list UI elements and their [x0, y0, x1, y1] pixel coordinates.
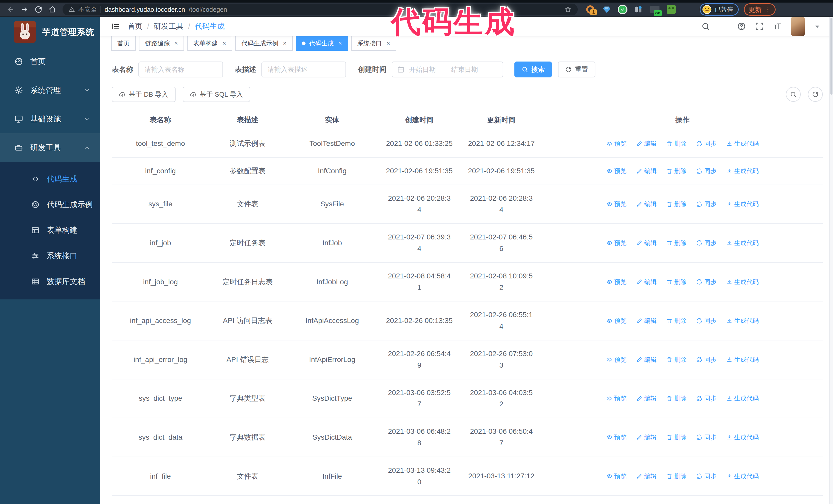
db-import-button[interactable]: 基于 DB 导入 — [112, 87, 175, 102]
action-sync-link[interactable]: 同步 — [696, 200, 717, 208]
action-generate-link[interactable]: 生成代码 — [727, 356, 759, 364]
profile-paused-badge[interactable]: 已暂停 — [700, 3, 739, 16]
breadcrumb-home[interactable]: 首页 — [128, 21, 143, 31]
action-generate-link[interactable]: 生成代码 — [727, 472, 759, 480]
action-delete-link[interactable]: 删除 — [666, 140, 687, 148]
hamburger-icon[interactable] — [111, 22, 120, 31]
sql-import-button[interactable]: 基于 SQL 导入 — [183, 87, 251, 102]
action-edit-link[interactable]: 编辑 — [636, 394, 657, 403]
sidebar-item-1[interactable]: 系统管理 — [0, 76, 100, 104]
reset-button[interactable]: 重置 — [558, 62, 595, 77]
action-edit-link[interactable]: 编辑 — [636, 140, 657, 148]
action-delete-link[interactable]: 删除 — [666, 167, 687, 175]
app-logo[interactable]: 芋道管理系统 — [0, 17, 100, 47]
action-edit-link[interactable]: 编辑 — [636, 200, 657, 208]
extension-gem-icon[interactable] — [601, 4, 612, 15]
avatar[interactable] — [791, 17, 805, 36]
close-tab-icon[interactable]: × — [222, 40, 226, 47]
action-generate-link[interactable]: 生成代码 — [727, 200, 759, 208]
action-edit-link[interactable]: 编辑 — [636, 356, 657, 364]
table-desc-input[interactable] — [261, 62, 346, 77]
close-tab-icon[interactable]: × — [283, 40, 287, 47]
help-icon[interactable] — [737, 22, 746, 31]
tab-4[interactable]: 代码生成× — [296, 36, 348, 51]
action-delete-link[interactable]: 删除 — [666, 317, 687, 325]
tab-5[interactable]: 系统接口× — [351, 36, 396, 51]
toggle-search-button[interactable] — [786, 87, 801, 102]
browser-update-button[interactable]: 更新 — [744, 3, 776, 16]
action-delete-link[interactable]: 删除 — [666, 433, 687, 441]
action-preview-link[interactable]: 预览 — [606, 239, 627, 247]
action-preview-link[interactable]: 预览 — [606, 356, 627, 364]
sidebar-subitem-3[interactable]: 系统接口 — [0, 243, 100, 269]
sidebar-item-3[interactable]: 研发工具 — [0, 133, 100, 162]
action-sync-link[interactable]: 同步 — [696, 356, 717, 364]
bookmark-star-icon[interactable] — [564, 6, 572, 13]
extension-orange-icon[interactable]: 1 — [585, 4, 596, 15]
action-generate-link[interactable]: 生成代码 — [727, 167, 759, 175]
action-delete-link[interactable]: 删除 — [666, 472, 687, 480]
action-generate-link[interactable]: 生成代码 — [727, 239, 759, 247]
close-tab-icon[interactable]: × — [174, 40, 178, 47]
action-generate-link[interactable]: 生成代码 — [727, 278, 759, 286]
fullscreen-icon[interactable] — [755, 22, 764, 31]
action-preview-link[interactable]: 预览 — [606, 278, 627, 286]
action-delete-link[interactable]: 删除 — [666, 278, 687, 286]
sidebar-subitem-2[interactable]: 表单构建 — [0, 217, 100, 243]
sidebar-item-2[interactable]: 基础设施 — [0, 104, 100, 133]
github-icon[interactable] — [719, 22, 728, 31]
page-scrollbar[interactable] — [829, 17, 833, 504]
action-delete-link[interactable]: 删除 — [666, 200, 687, 208]
tab-2[interactable]: 表单构建× — [187, 36, 232, 51]
action-edit-link[interactable]: 编辑 — [636, 278, 657, 286]
action-generate-link[interactable]: 生成代码 — [727, 317, 759, 325]
close-tab-icon[interactable]: × — [338, 40, 342, 47]
action-preview-link[interactable]: 预览 — [606, 140, 627, 148]
action-sync-link[interactable]: 同步 — [696, 278, 717, 286]
action-sync-link[interactable]: 同步 — [696, 433, 717, 441]
sidebar-subitem-0[interactable]: 代码生成 — [0, 166, 100, 192]
sidebar-subitem-1[interactable]: 代码生成示例 — [0, 192, 100, 217]
extension-check-icon[interactable] — [618, 5, 627, 14]
search-button[interactable]: 搜索 — [515, 62, 552, 77]
forward-icon[interactable] — [19, 4, 31, 16]
table-name-input[interactable] — [138, 62, 223, 77]
action-sync-link[interactable]: 同步 — [696, 239, 717, 247]
breadcrumb-devtools[interactable]: 研发工具 — [154, 21, 184, 31]
tab-3[interactable]: 代码生成示例× — [235, 36, 293, 51]
action-preview-link[interactable]: 预览 — [606, 433, 627, 441]
action-sync-link[interactable]: 同步 — [696, 140, 717, 148]
action-delete-link[interactable]: 删除 — [666, 356, 687, 364]
action-edit-link[interactable]: 编辑 — [636, 317, 657, 325]
action-sync-link[interactable]: 同步 — [696, 167, 717, 175]
scrollbar-thumb[interactable] — [830, 18, 832, 95]
action-sync-link[interactable]: 同步 — [696, 472, 717, 480]
search-icon[interactable] — [701, 22, 710, 31]
font-size-icon[interactable] — [773, 22, 782, 31]
date-range-picker[interactable]: 开始日期 - 结束日期 — [391, 62, 503, 77]
action-edit-link[interactable]: 编辑 — [636, 472, 657, 480]
extension-dark-icon[interactable]: on — [649, 4, 660, 15]
action-preview-link[interactable]: 预览 — [606, 394, 627, 403]
extension-columns-icon[interactable] — [633, 4, 644, 15]
tab-0[interactable]: 首页 — [111, 36, 136, 51]
action-preview-link[interactable]: 预览 — [606, 167, 627, 175]
action-sync-link[interactable]: 同步 — [696, 317, 717, 325]
action-generate-link[interactable]: 生成代码 — [727, 140, 759, 148]
action-edit-link[interactable]: 编辑 — [636, 433, 657, 441]
back-icon[interactable] — [5, 4, 17, 16]
home-icon[interactable] — [46, 4, 58, 16]
action-preview-link[interactable]: 预览 — [606, 200, 627, 208]
extension-frog-icon[interactable] — [666, 4, 677, 15]
action-preview-link[interactable]: 预览 — [606, 472, 627, 480]
action-preview-link[interactable]: 预览 — [606, 317, 627, 325]
sidebar-item-0[interactable]: 首页 — [0, 47, 100, 76]
refresh-table-button[interactable] — [808, 87, 823, 102]
extensions-puzzle-icon[interactable] — [682, 4, 693, 15]
sidebar-subitem-4[interactable]: 数据库文档 — [0, 269, 100, 294]
action-edit-link[interactable]: 编辑 — [636, 167, 657, 175]
close-tab-icon[interactable]: × — [386, 40, 390, 47]
action-generate-link[interactable]: 生成代码 — [727, 433, 759, 441]
caret-down-icon[interactable] — [814, 23, 821, 30]
action-delete-link[interactable]: 删除 — [666, 239, 687, 247]
